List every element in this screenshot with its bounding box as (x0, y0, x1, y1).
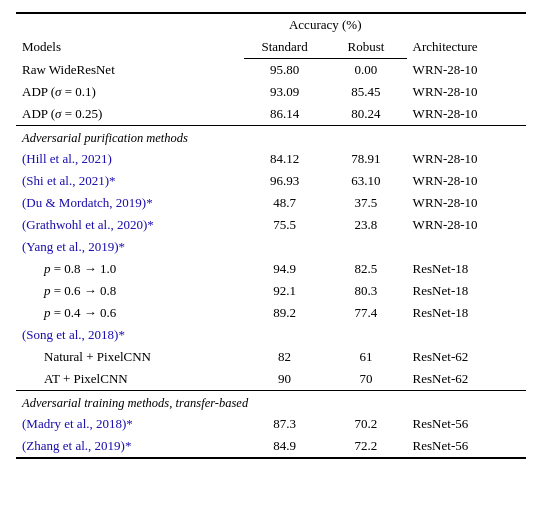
standard-value: 84.9 (244, 435, 325, 458)
table-row: (Shi et al., 2021)* 96.93 63.10 WRN-28-1… (16, 170, 526, 192)
comparison-table: Models Accuracy (%) Architecture Standar… (16, 12, 526, 459)
arch-value: WRN-28-10 (407, 192, 526, 214)
table-row: Natural + PixelCNN 82 61 ResNet-62 (16, 346, 526, 368)
arch-value: WRN-28-10 (407, 103, 526, 126)
model-name: (Hill et al., 2021) (16, 148, 244, 170)
standard-value: 94.9 (244, 258, 325, 280)
robust-value (325, 324, 406, 346)
robust-value: 37.5 (325, 192, 406, 214)
standard-value: 93.09 (244, 81, 325, 103)
table-row: (Zhang et al., 2019)* 84.9 72.2 ResNet-5… (16, 435, 526, 458)
robust-value: 82.5 (325, 258, 406, 280)
table-row: p = 0.8 → 1.0 94.9 82.5 ResNet-18 (16, 258, 526, 280)
robust-value: 80.3 (325, 280, 406, 302)
section-header-training: Adversarial training methods, transfer-b… (16, 391, 526, 414)
arch-value: ResNet-18 (407, 280, 526, 302)
robust-value: 0.00 (325, 59, 406, 82)
arch-value: ResNet-62 (407, 346, 526, 368)
model-name: (Shi et al., 2021)* (16, 170, 244, 192)
arch-value (407, 324, 526, 346)
robust-value: 85.45 (325, 81, 406, 103)
model-name: Natural + PixelCNN (16, 346, 244, 368)
model-name: (Grathwohl et al., 2020)* (16, 214, 244, 236)
robust-value: 23.8 (325, 214, 406, 236)
standard-value: 48.7 (244, 192, 325, 214)
arch-value: WRN-28-10 (407, 214, 526, 236)
standard-value: 75.5 (244, 214, 325, 236)
section-header-purification: Adversarial purification methods (16, 126, 526, 149)
table-row: (Song et al., 2018)* (16, 324, 526, 346)
standard-value: 82 (244, 346, 325, 368)
model-name: (Song et al., 2018)* (16, 324, 244, 346)
table-row: p = 0.6 → 0.8 92.1 80.3 ResNet-18 (16, 280, 526, 302)
robust-value: 70.2 (325, 413, 406, 435)
standard-value: 95.80 (244, 59, 325, 82)
model-name: (Yang et al., 2019)* (16, 236, 244, 258)
arch-value: ResNet-18 (407, 258, 526, 280)
arch-value: WRN-28-10 (407, 59, 526, 82)
arch-value: ResNet-18 (407, 302, 526, 324)
table-row: ADP (σ = 0.25) 86.14 80.24 WRN-28-10 (16, 103, 526, 126)
robust-value: 63.10 (325, 170, 406, 192)
arch-value: ResNet-56 (407, 435, 526, 458)
standard-value (244, 324, 325, 346)
arch-value: WRN-28-10 (407, 81, 526, 103)
models-header: Models (16, 13, 244, 59)
accuracy-header: Accuracy (%) (244, 13, 407, 36)
arch-value (407, 236, 526, 258)
table-row: (Du & Mordatch, 2019)* 48.7 37.5 WRN-28-… (16, 192, 526, 214)
standard-value (244, 236, 325, 258)
arch-value: WRN-28-10 (407, 148, 526, 170)
model-name: p = 0.8 → 1.0 (16, 258, 244, 280)
robust-value: 77.4 (325, 302, 406, 324)
table-row: ADP (σ = 0.1) 93.09 85.45 WRN-28-10 (16, 81, 526, 103)
architecture-header: Architecture (407, 13, 526, 59)
robust-header: Robust (325, 36, 406, 59)
standard-value: 90 (244, 368, 325, 391)
table-row: (Madry et al., 2018)* 87.3 70.2 ResNet-5… (16, 413, 526, 435)
table-row: Raw WideResNet 95.80 0.00 WRN-28-10 (16, 59, 526, 82)
arch-value: ResNet-62 (407, 368, 526, 391)
robust-value: 61 (325, 346, 406, 368)
model-name: p = 0.6 → 0.8 (16, 280, 244, 302)
robust-value: 78.91 (325, 148, 406, 170)
model-name: ADP (σ = 0.25) (16, 103, 244, 126)
arch-value: WRN-28-10 (407, 170, 526, 192)
model-name: ADP (σ = 0.1) (16, 81, 244, 103)
table-row: p = 0.4 → 0.6 89.2 77.4 ResNet-18 (16, 302, 526, 324)
robust-value (325, 236, 406, 258)
model-name: (Madry et al., 2018)* (16, 413, 244, 435)
standard-value: 96.93 (244, 170, 325, 192)
standard-value: 92.1 (244, 280, 325, 302)
model-name: (Zhang et al., 2019)* (16, 435, 244, 458)
model-name: p = 0.4 → 0.6 (16, 302, 244, 324)
table-row: (Hill et al., 2021) 84.12 78.91 WRN-28-1… (16, 148, 526, 170)
standard-value: 87.3 (244, 413, 325, 435)
standard-value: 89.2 (244, 302, 325, 324)
standard-value: 84.12 (244, 148, 325, 170)
table-row: AT + PixelCNN 90 70 ResNet-62 (16, 368, 526, 391)
robust-value: 70 (325, 368, 406, 391)
table-row: (Grathwohl et al., 2020)* 75.5 23.8 WRN-… (16, 214, 526, 236)
robust-value: 72.2 (325, 435, 406, 458)
standard-header: Standard (244, 36, 325, 59)
model-name: (Du & Mordatch, 2019)* (16, 192, 244, 214)
table-row: (Yang et al., 2019)* (16, 236, 526, 258)
model-name: Raw WideResNet (16, 59, 244, 82)
arch-value: ResNet-56 (407, 413, 526, 435)
model-name: AT + PixelCNN (16, 368, 244, 391)
standard-value: 86.14 (244, 103, 325, 126)
robust-value: 80.24 (325, 103, 406, 126)
